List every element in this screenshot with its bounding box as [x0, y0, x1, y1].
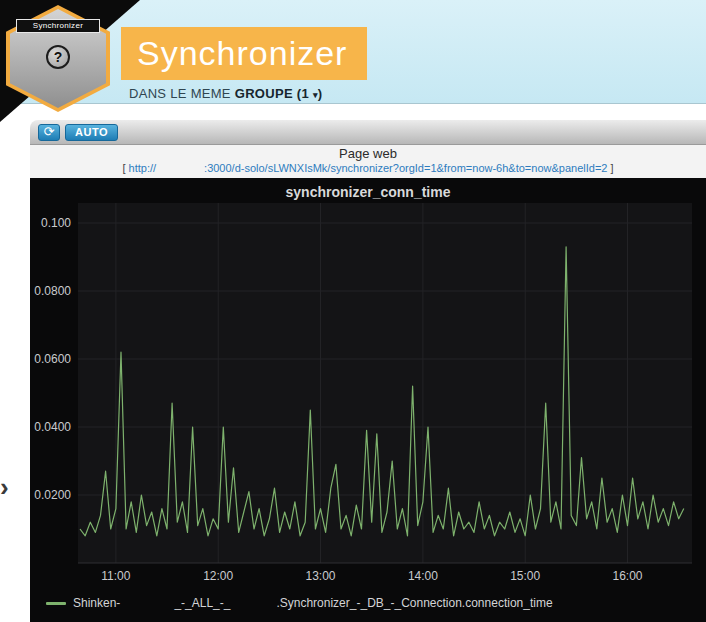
legend-segment-2: _-_ALL_-_	[174, 596, 230, 610]
svg-text:13:00: 13:00	[305, 569, 335, 583]
pageweb-strip: Page web [ http://:3000/d-solo/sLWNXIsMk…	[30, 145, 706, 178]
group-selector-prefix: DANS LE MEME	[129, 86, 235, 101]
panel-toolbar: ⟳ AUTO	[30, 120, 706, 145]
svg-text:11:00: 11:00	[101, 569, 130, 583]
refresh-button[interactable]: ⟳	[38, 124, 60, 141]
chart-title: synchronizer_conn_time	[30, 184, 706, 200]
legend-line-sample-icon	[46, 602, 66, 605]
svg-text:0.0200: 0.0200	[34, 488, 71, 502]
url-bracket-close: ]	[607, 162, 613, 174]
legend-segment-3: .Synchronizer_-_DB_-_Connection.connecti…	[276, 596, 552, 610]
pageweb-url-line: [ http://:3000/d-solo/sLWNXIsMk/synchron…	[30, 161, 706, 175]
svg-text:15:00: 15:00	[510, 569, 540, 583]
url-tail: :3000/d-solo/sLWNXIsMk/synchronizer?orgI…	[204, 162, 607, 174]
timeseries-svg[interactable]: 11:0012:0013:0014:0015:0016:000.1000.080…	[30, 178, 706, 622]
group-selector-label: GROUPE (1	[235, 86, 309, 101]
panel-expand-chevron-icon[interactable]: ›	[0, 474, 9, 500]
svg-text:0.0800: 0.0800	[34, 284, 71, 298]
legend-item[interactable]: Shinken- _-_ALL_-_ .Synchronizer_-_DB_-_…	[46, 596, 553, 610]
hexagon-badge[interactable]: Synchronizer ?	[6, 5, 110, 112]
url-prefix: http://	[129, 162, 157, 174]
group-selector-line: DANS LE MEME GROUPE (1 ▾)	[129, 86, 322, 101]
svg-text:14:00: 14:00	[408, 569, 438, 583]
web-panel: ⟳ AUTO Page web [ http://:3000/d-solo/sL…	[30, 120, 706, 622]
svg-text:12:00: 12:00	[203, 569, 233, 583]
svg-text:16:00: 16:00	[612, 569, 642, 583]
page-title: Synchronizer	[121, 27, 367, 80]
svg-text:0.0600: 0.0600	[34, 352, 71, 366]
svg-text:0.100: 0.100	[41, 216, 71, 230]
legend-segment-1: Shinken-	[73, 596, 120, 610]
auto-refresh-button[interactable]: AUTO	[65, 124, 118, 141]
svg-text:0.0400: 0.0400	[34, 420, 71, 434]
question-icon[interactable]: ?	[46, 45, 70, 69]
group-selector-dropdown[interactable]: GROUPE (1 ▾)	[235, 86, 323, 101]
pageweb-url[interactable]: http://:3000/d-solo/sLWNXIsMk/synchroniz…	[129, 162, 608, 174]
pageweb-title: Page web	[30, 146, 706, 161]
hexagon-badge-label: Synchronizer	[16, 19, 100, 33]
refresh-icon: ⟳	[44, 125, 55, 139]
group-selector-suffix: )	[318, 86, 323, 101]
grafana-graph-panel: synchronizer_conn_time 11:0012:0013:0014…	[30, 178, 706, 622]
